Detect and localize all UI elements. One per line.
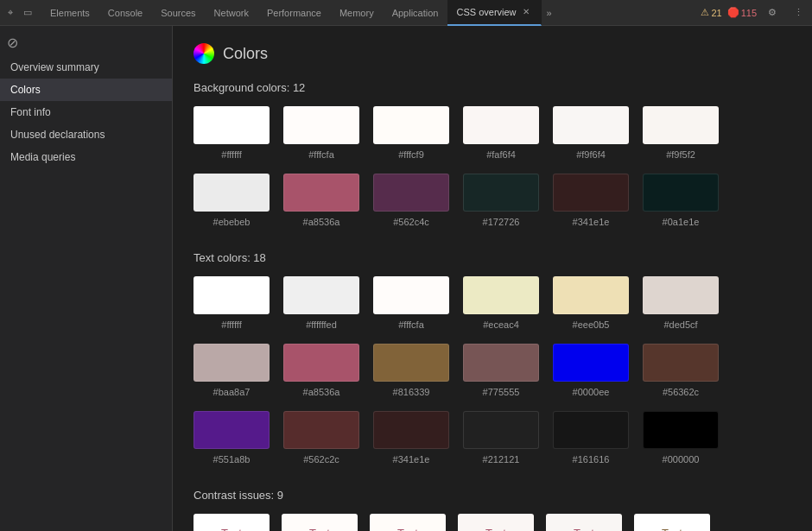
device-icon[interactable]: ▭ <box>21 6 35 20</box>
bg-color-swatch[interactable]: #fffcfa <box>283 106 359 160</box>
text-color-swatch[interactable]: #fffcfa <box>373 276 449 330</box>
sidebar-item-font-info[interactable]: Font info <box>0 101 172 123</box>
swatch-label: #ffffffed <box>306 319 337 330</box>
contrast-box: Text <box>458 514 534 531</box>
contrast-item[interactable]: Text AA ✓ AAA ⊘ <box>370 514 446 531</box>
text-color-swatch[interactable]: #341e1e <box>373 411 449 465</box>
cursor-icon[interactable]: ⌖ <box>3 6 17 20</box>
sidebar: ⊘ Overview summary Colors Font info Unus… <box>0 26 173 531</box>
text-colors-section: Text colors: 18 #ffffff #ffffffed #fffcf… <box>193 251 791 465</box>
swatch-box <box>463 276 539 314</box>
sidebar-item-unused-declarations[interactable]: Unused declarations <box>0 123 172 146</box>
swatch-label: #341e1e <box>573 217 610 227</box>
bg-color-swatch[interactable]: #341e1e <box>553 174 629 227</box>
text-color-swatch[interactable]: #ffffff <box>193 276 270 330</box>
sidebar-item-overview[interactable]: Overview summary <box>0 56 172 79</box>
swatch-box <box>373 174 449 212</box>
text-color-swatch[interactable]: #212121 <box>463 411 539 465</box>
contrast-item[interactable]: Text AA ⊘ AAA ⊘ <box>634 514 710 531</box>
tab-application[interactable]: Application <box>384 0 448 26</box>
swatch-box <box>193 276 270 314</box>
contrast-box: Text <box>282 514 358 531</box>
error-icon: 🛑 <box>727 7 739 18</box>
tab-close-icon[interactable]: ✕ <box>520 6 532 18</box>
swatch-box <box>373 344 449 382</box>
contrast-item[interactable]: Text AA ⊘ AAA ⊘ <box>546 514 622 531</box>
swatch-label: #ded5cf <box>663 319 697 330</box>
swatch-label: #212121 <box>483 454 520 465</box>
tab-css-overview[interactable]: CSS overview ✕ <box>447 0 541 26</box>
text-color-swatch[interactable]: #775555 <box>463 344 539 397</box>
swatch-label: #eceac4 <box>483 319 519 330</box>
settings-icon[interactable]: ⚙ <box>762 3 783 23</box>
text-color-swatch[interactable]: #816339 <box>373 344 449 397</box>
swatch-box <box>193 174 270 212</box>
bg-color-swatch[interactable]: #f9f5f2 <box>643 106 719 160</box>
tab-performance[interactable]: Performance <box>258 0 331 26</box>
warning-icon: ⚠ <box>701 7 709 18</box>
sidebar-item-media-queries[interactable]: Media queries <box>0 146 172 168</box>
text-color-swatch[interactable]: #a8536a <box>283 344 359 397</box>
bg-color-swatch[interactable]: #faf6f4 <box>463 106 539 160</box>
swatch-label: #ffffff <box>221 319 241 330</box>
text-color-swatch[interactable]: #000000 <box>643 411 719 465</box>
bg-colors-title: Background colors: 12 <box>193 81 791 94</box>
swatch-box <box>643 344 719 382</box>
swatch-label: #ebebeb <box>213 217 251 227</box>
text-color-swatch[interactable]: #ded5cf <box>643 276 719 330</box>
sidebar-item-colors[interactable]: Colors <box>0 79 172 101</box>
text-color-swatch[interactable]: #ffffffed <box>283 276 359 330</box>
tab-memory[interactable]: Memory <box>331 0 384 26</box>
tab-console[interactable]: Console <box>99 0 152 26</box>
text-color-swatch[interactable]: #eee0b5 <box>553 276 629 330</box>
text-colors-grid: #ffffff #ffffffed #fffcfa #eceac4 #eee0b… <box>193 276 791 465</box>
swatch-label: #f9f5f2 <box>666 149 695 160</box>
contrast-grid: Text AA ✓ AAA ⊘ Text AA ⊘ AAA <box>193 514 791 531</box>
text-color-swatch[interactable]: #551a8b <box>193 411 270 465</box>
contrast-title: Contrast issues: 9 <box>193 489 791 502</box>
swatch-label: #a8536a <box>303 217 340 227</box>
content-area: Colors Background colors: 12 #ffffff #ff… <box>173 26 812 531</box>
bg-color-swatch[interactable]: #0a1e1e <box>643 174 719 227</box>
swatch-box <box>283 174 359 212</box>
contrast-box: Text <box>370 514 446 531</box>
bg-color-swatch[interactable]: #f9f6f4 <box>553 106 629 160</box>
tab-network[interactable]: Network <box>206 0 258 26</box>
text-color-swatch[interactable]: #eceac4 <box>463 276 539 330</box>
swatch-box <box>373 106 449 144</box>
devtools-icons: ⌖ ▭ <box>3 6 35 20</box>
tab-sources[interactable]: Sources <box>152 0 205 26</box>
tab-more-button[interactable]: » <box>542 8 557 18</box>
bg-color-swatch[interactable]: #562c4c <box>373 174 449 227</box>
sidebar-top: ⊘ <box>0 29 172 56</box>
swatch-box <box>193 411 270 449</box>
bg-color-swatch[interactable]: #172726 <box>463 174 539 227</box>
tab-elements[interactable]: Elements <box>41 0 99 26</box>
swatch-box <box>283 411 359 449</box>
text-color-swatch[interactable]: #562c2c <box>283 411 359 465</box>
text-color-swatch[interactable]: #161616 <box>553 411 629 465</box>
swatch-label: #56362c <box>663 387 699 397</box>
swatch-box <box>283 276 359 314</box>
swatch-label: #775555 <box>483 387 520 397</box>
text-color-swatch[interactable]: #baa8a7 <box>193 344 270 397</box>
swatch-box <box>553 411 629 449</box>
tab-bar-right: ⚠ 21 🛑 115 ⚙ ⋮ <box>701 3 809 23</box>
swatch-box <box>463 411 539 449</box>
errors-badge: 🛑 115 <box>727 7 757 18</box>
more-options-icon[interactable]: ⋮ <box>788 3 809 23</box>
swatch-box <box>553 276 629 314</box>
bg-color-swatch[interactable]: #ebebeb <box>193 174 270 227</box>
contrast-item[interactable]: Text AA ⊘ AAA ⊘ <box>458 514 534 531</box>
swatch-label: #562c4c <box>393 217 429 227</box>
swatch-label: #816339 <box>393 387 430 397</box>
contrast-item[interactable]: Text AA ✓ AAA ⊘ <box>193 514 270 531</box>
contrast-box: Text <box>634 514 710 531</box>
text-color-swatch[interactable]: #56362c <box>643 344 719 397</box>
bg-color-swatch[interactable]: #a8536a <box>283 174 359 227</box>
bg-color-swatch[interactable]: #ffffff <box>193 106 270 160</box>
text-color-swatch[interactable]: #0000ee <box>553 344 629 397</box>
swatch-label: #000000 <box>663 454 700 465</box>
contrast-item[interactable]: Text AA ⊘ AAA ⊘ <box>282 514 358 531</box>
bg-color-swatch[interactable]: #fffcf9 <box>373 106 449 160</box>
